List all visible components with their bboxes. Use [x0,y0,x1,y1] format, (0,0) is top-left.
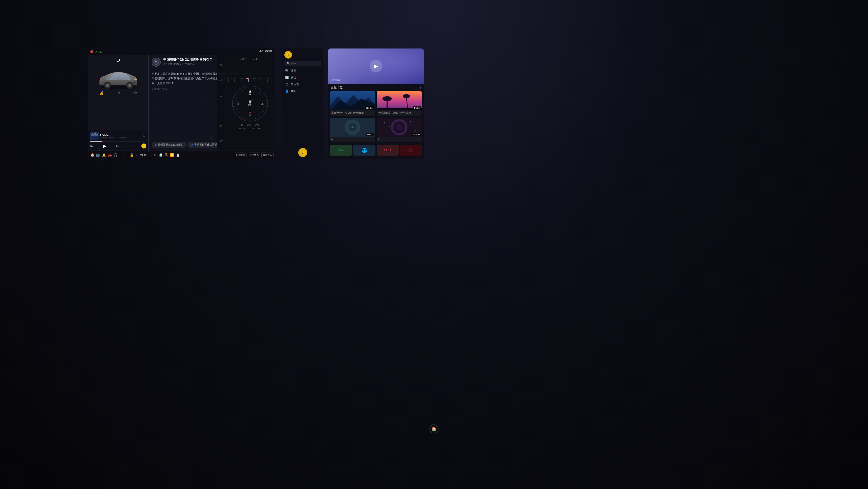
playlist-section-title: 歌单推荐 [331,86,343,90]
vent-icon[interactable]: 🔁 [169,153,175,157]
ai-suggestion-1[interactable]: ⊕ 青铜器是怎么做出来的 [152,142,186,148]
svg-point-95 [396,124,402,130]
iqiyi-label: iQIYI [338,149,344,152]
playlist-card-2[interactable]: 14.6万 r&b入夜指南：微醺海风承动星滩 [377,91,422,116]
svg-line-56 [237,113,238,114]
user-icon: 👤 [285,89,289,93]
compass-ring-area: 北 南 东 西 南 180° [231,85,269,122]
next-button[interactable]: ⏭ [116,144,120,148]
svg-text:180°: 180° [248,104,252,106]
svg-line-40 [264,95,265,96]
ac-icon[interactable]: ❄ [153,153,157,157]
svg-text:东: 东 [261,102,264,105]
bottom-home-button[interactable]: 🏠 [430,424,438,433]
road-mode-button[interactable]: 公路模式 [261,152,274,157]
playlist-cards-row-1: 121.6万 浪漫系R&B｜心动从0分0秒开始 [328,91,424,118]
playlist-card-4[interactable]: 4805.97 4 [377,118,422,142]
climate-icon[interactable]: ❄ [117,91,121,95]
music-nav-search-label: 搜索 [291,69,296,73]
music-expand-button[interactable]: ⬡ [142,134,146,138]
svg-line-61 [233,100,235,101]
music-progress-bar [90,141,146,142]
display-nav-icon[interactable]: 📺 [96,153,101,157]
playlist-name-1: 浪漫系R&B｜心动从0分0秒开始 [330,110,375,116]
music-info-row: HOME Armand Amar / Gombodorj ... ⬡ [90,132,146,140]
music-nav-search[interactable]: 🔍 搜索 [284,67,321,74]
music-nav-library[interactable]: 🎵 音乐馆 [284,81,321,88]
music-nav-my[interactable]: 👤 我的 [284,88,321,94]
svg-text:240: 240 [259,78,262,79]
featured-play-button[interactable]: ▶ [370,60,382,73]
prev-button[interactable]: ⏮ [90,144,94,148]
music-controls: ⏮ ▶ ⏭ ♡ ★ [90,143,146,149]
lala-button[interactable]: LALA [377,145,399,155]
car-display-area: P [88,55,148,130]
temp-value: 24.0 [140,153,146,156]
notification-nav-icon[interactable]: 🔔 [101,153,106,157]
car-nav-icon[interactable]: 🚗 [107,153,112,157]
svg-line-45 [265,109,266,109]
auto-lights-button[interactable]: 自动灯光 [235,152,247,157]
svg-line-66 [242,89,243,91]
temp-arrow: ‹ [136,153,137,156]
settings-car-icon[interactable]: ⚙ [134,91,137,95]
lock-status-icon[interactable]: 🔒 [129,153,134,157]
playlist-card-3[interactable]: 3777万 3 [330,118,375,142]
refresh-icon: 🔄 [285,76,289,79]
playlist-count-4: 4805.97 [411,133,421,136]
compass-top-info: 🌬 左 1° 🌬 上 1° [240,58,260,61]
iqiyi-button[interactable]: iQIYI [330,145,352,155]
svg-line-52 [247,119,247,120]
svg-text:270: 270 [266,78,269,79]
compass-info-300: 300 [255,123,259,127]
ai-source-text: 百科老师 · Mind GPT 生成中... [163,62,213,66]
defrost-icon[interactable]: ⛄ [175,153,180,157]
svg-point-85 [382,96,392,101]
statusbar-right: 自动灯光 纯电优先 公路模式 [235,152,274,157]
svg-point-10 [154,60,159,65]
screen-statusbar: 🏠 📺 🔔 🚗 🎧 ⋮⋮ 🔒 ‹ 24.0 ° › ❄ 💨 🪑 🔁 ⛄ 自动灯光… [88,150,275,159]
weather-temp-2: 22° [219,140,222,142]
playlist-card-1[interactable]: 121.6万 浪漫系R&B｜心动从0分0秒开始 [330,91,375,116]
featured-play-area: ▶ 猜你喜欢 [328,49,424,84]
music-featured-widget: ▶ 猜你喜欢 歌单推荐 > [328,49,424,159]
main-infotainment-screen: DOO P [88,49,275,159]
outdoor-temp-time: 26° 10:30 [259,49,272,52]
play-button[interactable]: ▶ [103,143,106,149]
ai-suggest-icon-1: ⊕ [154,143,157,146]
compass-scale-row: 90 120 150 180 210 240 270 [227,76,273,83]
screen-topbar: DOO [88,49,275,55]
playlist-art-3: 3777万 [330,118,375,137]
like-button[interactable]: ♡ [129,144,132,148]
music-search-bar[interactable]: 🔍 搜索 [284,61,321,66]
ev-priority-button[interactable]: 纯电优先 [248,152,260,157]
globe-button[interactable]: 🌐 [353,145,375,155]
svg-line-55 [239,115,240,117]
red-button[interactable]: ⬡ [400,145,422,155]
seat-heat-icon[interactable]: 🪑 [164,153,169,157]
temp-arrow-r: › [151,153,152,156]
svg-rect-12 [156,61,157,62]
album-art [90,132,99,140]
svg-point-5 [107,85,108,86]
music-nav-discover[interactable]: 🔄 发现 [284,74,321,81]
lock-icon[interactable]: 🔓 [99,91,104,95]
temperature-control[interactable]: 24.0 ° [139,153,149,157]
apps-nav-icon[interactable]: ⋮⋮ [119,153,126,157]
music-app-panel: ♪ 🔍 搜索 🔍 搜索 🔄 发现 🎵 音乐馆 👤 我的 [282,49,323,159]
home-nav-icon[interactable]: 🏠 [90,153,95,157]
ai-suggestion-2[interactable]: ⊕ 青铜器都有什么用呀 [188,142,220,148]
music-nav-discover-label: 发现 [291,76,296,79]
svg-text:150: 150 [240,78,243,79]
wind-icon[interactable]: 💨 [158,153,163,157]
svg-text:南: 南 [249,114,251,116]
playlist-section-more[interactable]: > [420,87,422,89]
playlist-count-1: 121.6万 [365,106,374,110]
svg-line-42 [264,100,267,101]
ai-suggest-icon-2: ⊕ [191,143,193,146]
music-search-text: 搜索 [291,62,296,65]
svg-line-53 [244,118,245,120]
audio-nav-icon[interactable]: 🎧 [113,153,118,157]
music-nav-my-label: 我的 [291,89,296,93]
discover-icon: 🔍 [285,69,289,73]
